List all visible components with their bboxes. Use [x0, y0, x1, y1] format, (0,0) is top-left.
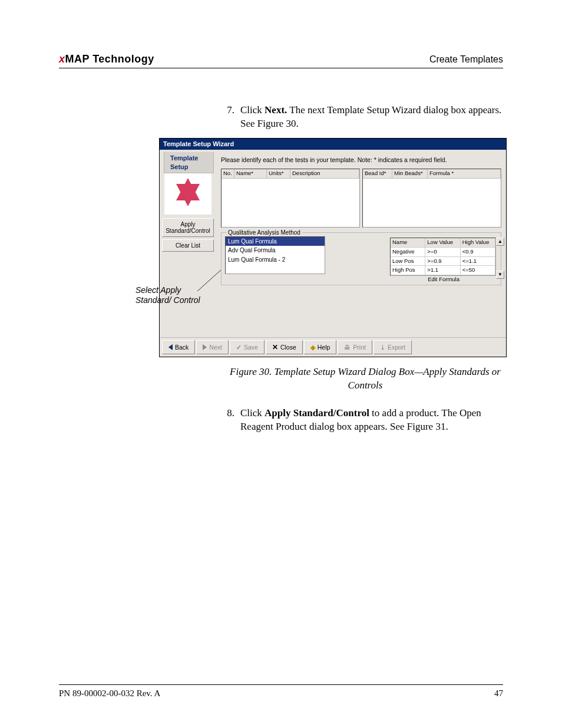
figure-30-caption: Figure 30. Template Setup Wizard Dialog …: [224, 365, 507, 393]
edit-formula-button[interactable]: Edit Formula: [428, 276, 459, 284]
step-text: Click Apply Standard/Control to add a pr…: [240, 407, 503, 434]
vt-cell: >=0.9: [425, 257, 460, 266]
triangle-left-icon: [168, 344, 173, 350]
export-icon: ⤓: [380, 343, 385, 351]
brand-x: x: [59, 53, 65, 65]
vt-cell: <0.9: [461, 248, 495, 257]
method-option[interactable]: Lum Qual Formula: [226, 237, 325, 246]
vt-col-high: High Value: [461, 238, 495, 248]
step-number: 7.: [224, 104, 240, 131]
section-title: Create Templates: [429, 54, 503, 65]
clear-list-button[interactable]: Clear List: [162, 239, 214, 252]
next-label: Next: [209, 343, 222, 351]
wizard-icon: [164, 173, 211, 215]
template-setup-wizard: Template Setup Wizard Template Setup App…: [159, 138, 507, 357]
page-footer: PN 89-00002-00-032 Rev. A 47: [59, 684, 503, 699]
vt-cell: <=1.1: [461, 257, 495, 266]
save-button[interactable]: ✓Save: [230, 340, 265, 354]
vt-cell: >1.1: [425, 266, 460, 275]
help-button[interactable]: ◆Help: [304, 340, 337, 354]
tests-grid-right[interactable]: Bead Id* Min Beads* Formula *: [362, 169, 501, 228]
export-button[interactable]: ⤓Export: [373, 340, 412, 354]
vt-cell: High Pos: [391, 266, 425, 275]
close-icon: ✕: [272, 342, 278, 352]
qualitative-analysis-fieldset: Qualitative Analysis Method Lum Qual For…: [221, 232, 501, 285]
check-icon: ✓: [236, 343, 242, 351]
fieldset-legend: Qualitative Analysis Method: [226, 229, 302, 237]
close-button[interactable]: ✕Close: [266, 340, 303, 354]
col-desc: Description: [290, 169, 359, 178]
help-label: Help: [318, 343, 330, 351]
step-8: 8. Click Apply Standard/Control to add a…: [59, 407, 503, 434]
col-minbeads: Min Beads*: [392, 169, 428, 178]
apply-standard-control-button[interactable]: Apply Standard/Control: [162, 218, 214, 237]
footer-left: PN 89-00002-00-032 Rev. A: [59, 689, 160, 699]
wizard-sidebar: Template Setup Apply Standard/Control Cl…: [160, 150, 216, 337]
print-icon: 🖶: [344, 343, 351, 351]
value-table[interactable]: Name Low Value High Value Negative>=0<0.…: [390, 238, 496, 276]
help-icon: ◆: [310, 343, 315, 351]
back-label: Back: [175, 343, 189, 351]
wizard-footer: Back Next ✓Save ✕Close ◆Help 🖶Print ⤓Exp…: [160, 337, 506, 357]
next-button[interactable]: Next: [196, 340, 229, 354]
close-label: Close: [280, 343, 296, 351]
step8-bold: Apply Standard/Control: [265, 407, 369, 419]
wizard-subtitle: Template Setup: [164, 152, 214, 174]
wizard-titlebar: Template Setup Wizard: [160, 139, 506, 150]
col-units: Units*: [267, 169, 290, 178]
print-button[interactable]: 🖶Print: [338, 340, 372, 354]
col-formula: Formula *: [428, 169, 501, 178]
figure-30: Select Apply Standard/ Control Template …: [159, 138, 503, 357]
vt-cell: Low Pos: [391, 257, 425, 266]
vt-col-low: Low Value: [425, 238, 460, 248]
page-header: xMAP Technology Create Templates: [59, 53, 503, 68]
callout-label: Select Apply Standard/ Control: [135, 285, 200, 306]
back-button[interactable]: Back: [162, 340, 195, 354]
method-listbox[interactable]: Lum Qual Formula Adv Qual Formula Lum Qu…: [225, 236, 325, 274]
brand: xMAP Technology: [59, 53, 154, 65]
vt-cell: >=0: [425, 248, 460, 257]
vt-cell: <=50: [461, 266, 495, 275]
vt-cell: Negative: [391, 248, 425, 257]
col-beadid: Bead Id*: [363, 169, 392, 178]
col-no: No.: [222, 169, 234, 178]
step-number: 8.: [224, 407, 240, 434]
brand-rest: MAP Technology: [65, 53, 154, 65]
tests-grid-left[interactable]: No. Name* Units* Description: [221, 169, 360, 228]
step7-bold: Next.: [265, 104, 287, 116]
step-7: 7. Click Next. The next Template Setup W…: [59, 104, 503, 131]
step8-pre: Click: [240, 407, 265, 419]
export-label: Export: [388, 343, 405, 351]
scroll-down-button[interactable]: ▼: [496, 271, 504, 279]
wizard-instruction: Please identify each of the tests in you…: [221, 156, 501, 164]
vt-col-name: Name: [391, 238, 425, 248]
wizard-main: Please identify each of the tests in you…: [216, 150, 506, 337]
method-option[interactable]: Adv Qual Formula: [226, 246, 325, 255]
save-label: Save: [244, 343, 258, 351]
scroll-up-button[interactable]: ▲: [496, 238, 504, 246]
print-label: Print: [353, 343, 366, 351]
step7-pre: Click: [240, 104, 265, 116]
col-name: Name*: [234, 169, 267, 178]
triangle-right-icon: [203, 344, 207, 350]
step-text: Click Next. The next Template Setup Wiza…: [240, 104, 503, 131]
method-option[interactable]: Lum Qual Formula - 2: [226, 255, 325, 265]
footer-page-number: 47: [494, 689, 503, 699]
